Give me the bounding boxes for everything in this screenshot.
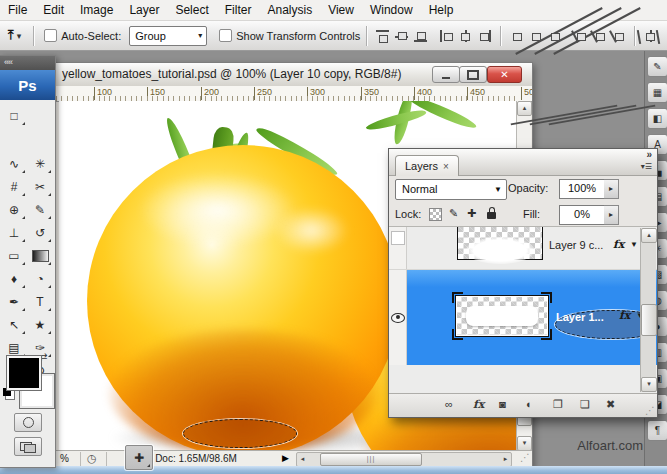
elliptical-selection[interactable] [183,419,297,448]
align-right-edges-icon[interactable] [476,28,493,44]
gradient-tool[interactable] [27,244,53,267]
eraser-tool[interactable]: ▭ [1,244,27,267]
document-title-bar[interactable]: yellow_tomatoes_tutorial.psd @ 100% (Lay… [56,63,532,87]
tool-preset-caret-icon[interactable]: ▾ [17,31,22,41]
align-bottom-edges-icon[interactable] [412,28,429,44]
layers-scroll-thumb[interactable] [641,304,657,336]
lock-pixels-icon[interactable]: ✎ [449,207,458,220]
foreground-color-swatch[interactable] [7,356,41,390]
dodge-tool[interactable]: ◔ [27,267,53,290]
minimize-button[interactable] [432,66,460,83]
maximize-button[interactable] [459,66,487,83]
fill-value[interactable]: 0% [559,205,605,225]
scroll-up-icon[interactable]: ▴ [641,228,657,243]
crop-tool[interactable]: # [1,175,27,198]
new-layer-icon[interactable]: ❏ [580,398,590,411]
path-selection-tool[interactable]: ↖ [1,313,27,336]
panel-resize-grip-icon[interactable]: ⋰ [645,405,655,416]
layer-thumbnail[interactable] [455,295,549,337]
eye-icon[interactable] [391,313,405,323]
distribute-bottom-edges-icon[interactable] [546,28,563,44]
status-flyout-icon[interactable]: ▶ [282,453,289,463]
lock-position-icon[interactable]: ✚ [467,207,476,220]
lock-transparency-icon[interactable] [429,208,442,221]
auto-align-layers-icon[interactable] [642,28,659,44]
lock-all-icon[interactable] [487,212,496,219]
layers-panel-header[interactable]: Layers × » ▾☰ [389,149,657,176]
close-button[interactable]: ✕ [487,66,522,83]
panel-menu-icon[interactable]: ▾☰ [641,162,652,171]
fill-slider-icon[interactable]: ▸ [604,205,619,225]
move-tool[interactable]: ✚ [125,445,153,470]
scroll-down-icon[interactable]: ▾ [517,436,532,451]
align-vertical-centers-icon[interactable] [393,28,410,44]
distribute-right-edges-icon[interactable] [610,28,627,44]
scroll-down-icon[interactable]: ▾ [641,377,657,392]
tool-presets-panel-icon[interactable]: ▦ [647,82,667,103]
blend-mode-dropdown[interactable]: Normal ▼ [395,179,507,200]
layers-scrollbar[interactable]: ▴ ▾ [640,228,656,392]
slice-tool[interactable]: ✂ [27,175,53,198]
distribute-vertical-centers-icon[interactable] [527,28,544,44]
layer-comps-panel-icon[interactable]: ◧ [647,108,667,129]
layer-style-icon[interactable]: fx [473,398,484,411]
layer-row-9[interactable]: Layer 9 c... fx ▼ [389,227,657,270]
collapse-panel-icon[interactable]: » [646,149,651,160]
zoom-level-field[interactable]: % [60,453,69,464]
new-group-icon[interactable]: ❐ [553,398,563,411]
opacity-slider-icon[interactable]: ▸ [604,179,619,199]
scroll-left-icon[interactable]: ◂ [297,453,308,464]
layer-mask-icon[interactable]: ◙ [499,398,506,410]
menu-view[interactable]: View [320,3,362,17]
screen-mode-button[interactable] [14,437,42,456]
distribute-horizontal-centers-icon[interactable] [591,28,608,44]
blur-tool[interactable]: ♦ [1,267,27,290]
collapse-tools-bar[interactable]: «« [0,56,55,70]
menu-analysis[interactable]: Analysis [259,3,320,17]
scroll-right-icon[interactable]: ▸ [500,453,511,464]
align-horizontal-centers-icon[interactable] [457,28,474,44]
tab-close-icon[interactable]: × [443,161,449,172]
menu-edit[interactable]: Edit [35,3,72,17]
visibility-cell[interactable] [389,227,407,269]
quick-mask-button[interactable] [14,413,42,432]
distribute-left-edges-icon[interactable] [572,28,589,44]
tab-layers[interactable]: Layers × [395,155,459,176]
rectangular-marquee-tool[interactable]: □ [1,104,27,127]
menu-window[interactable]: Window [362,3,421,17]
layer-thumbnail[interactable] [457,227,543,260]
layer-row-1-selected[interactable]: Layer 1... fx ▼ [389,270,657,365]
paragraph-panel-icon[interactable]: ¶ [647,420,667,441]
menu-layer[interactable]: Layer [121,3,167,17]
horizontal-scroll-thumb[interactable]: ||| [320,453,422,466]
group-dropdown[interactable]: Group ▾ [129,26,207,46]
pen-tool[interactable]: ✒ [1,290,27,313]
healing-brush-tool[interactable]: ⊕ [1,198,27,221]
distribute-top-edges-icon[interactable] [508,28,525,44]
lasso-tool[interactable]: ∿ [1,152,27,175]
collapse-effects-icon[interactable]: ▼ [630,240,638,249]
brush-tool[interactable]: ✎ [27,198,53,221]
adjustment-layer-icon[interactable]: ◐ [526,398,533,410]
align-left-edges-icon[interactable] [438,28,455,44]
visibility-checkbox[interactable] [391,231,405,245]
menu-file[interactable]: File [0,3,35,17]
auto-select-checkbox[interactable] [44,29,57,42]
scroll-up-icon[interactable]: ▴ [517,101,532,116]
horizontal-scrollbar[interactable]: ◂ ||| ▸ [296,452,512,467]
opacity-value[interactable]: 100% [559,179,605,199]
history-brush-tool[interactable]: ↺ [27,221,53,244]
show-transform-checkbox[interactable] [219,29,232,42]
menu-help[interactable]: Help [421,3,462,17]
resize-grip-icon[interactable]: ⋰ [520,452,530,463]
visibility-cell[interactable] [389,270,407,365]
brushes-panel-icon[interactable]: ✎ [647,56,667,77]
menu-select[interactable]: Select [167,3,216,17]
custom-shape-tool[interactable]: ★ [27,313,53,336]
delete-layer-icon[interactable]: ✖ [606,398,615,411]
magic-wand-tool[interactable]: ✳ [27,152,53,175]
menu-image[interactable]: Image [72,3,121,17]
menu-filter[interactable]: Filter [217,3,260,17]
type-tool[interactable]: T [27,290,53,313]
link-layers-icon[interactable]: ∞ [445,398,453,410]
